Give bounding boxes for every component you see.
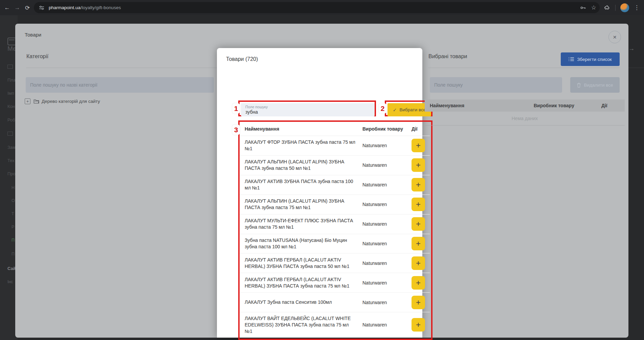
back-icon[interactable]: ← xyxy=(3,3,12,12)
site-settings-icon[interactable] xyxy=(39,5,45,11)
product-name: Зубна паста NATUSANA (Натусана) Біо Муци… xyxy=(240,237,362,250)
sidebar-subitem[interactable]: Т xyxy=(12,211,14,216)
column-header-name: Найменування xyxy=(425,103,534,108)
profile-avatar[interactable] xyxy=(620,3,629,12)
sidebar-subitem[interactable]: Р xyxy=(12,225,14,229)
url-path: /loyalty/gift-bonuses xyxy=(81,5,121,10)
column-header-name: Найменування xyxy=(240,126,362,132)
product-name: ЛАКАЛУТ ВАЙТ ЕДЕЛЬВЕЙС (LACALUT WHITE ED… xyxy=(240,315,362,335)
table-row: ЛАКАЛУТ ФТОР ЗУБНА ПАСТА зубна паста 75 … xyxy=(240,136,430,156)
table-row: ЛАКАЛУТ АЛЬПИН (LACALUT ALPIN) ЗУБНА ПАС… xyxy=(240,156,430,175)
products-title: Товари (720) xyxy=(226,56,258,62)
password-key-icon[interactable] xyxy=(580,4,586,11)
modal-title: Товари xyxy=(25,32,41,38)
add-product-button[interactable]: + xyxy=(412,296,425,309)
divider xyxy=(26,68,217,68)
url-text[interactable]: pharmapoint.ua/loyalty/gift-bonuses xyxy=(49,5,121,10)
add-product-button[interactable]: + xyxy=(412,318,425,332)
search-field-label: Поле пошуку xyxy=(245,105,375,109)
sidebar-item[interactable]: Пла xyxy=(7,77,16,83)
table-row: ЛАКАЛУТ АКТИВ ГЕРБАЛ (LACALUT AKTIV HERB… xyxy=(240,273,430,293)
add-product-button[interactable]: + xyxy=(412,237,425,250)
product-manufacturer: Naturwaren xyxy=(362,202,412,207)
table-header-row: Найменування Виробник товару Дії xyxy=(240,122,430,136)
category-tree-item[interactable]: + Дерево категорій для сайту xyxy=(25,98,100,104)
annotation-marker-1: 1 xyxy=(232,103,240,114)
trash-icon xyxy=(577,83,581,88)
select-all-label: Вибрати все xyxy=(399,107,426,112)
folder-open-icon xyxy=(34,99,39,104)
sidebar-subitem[interactable]: О xyxy=(12,198,15,203)
table-row: Зубна паста NATUSANA (Натусана) Біо Муци… xyxy=(240,234,430,254)
annotation-box-3: Найменування Виробник товару Дії ЛАКАЛУТ… xyxy=(238,120,432,340)
product-name: ЛАКАЛУТ АКТИВ ГЕРБАЛ (LACALUT AKTIV HERB… xyxy=(240,257,362,270)
sidebar-subitem-active[interactable]: П xyxy=(12,238,15,243)
table-row: ЛАКАЛУТ АКТИВ ЗУБНА ПАСТА зубна паста 10… xyxy=(240,175,430,195)
annotation-marker-2: 2 xyxy=(379,103,386,114)
sidebar-subitem[interactable]: П xyxy=(12,252,15,256)
collapse-arrow-icon[interactable]: → xyxy=(628,45,635,52)
selected-title: Вибрані товари xyxy=(428,53,467,60)
save-list-label: Зберегти список xyxy=(577,57,612,62)
table-row: ЛАКАЛУТ МУЛЬТИ-ЕФЕКТ ПЛЮС ЗУБНА ПАСТА зу… xyxy=(240,214,430,234)
sidebar-item[interactable]: Сай xyxy=(7,266,16,271)
sidebar-item[interactable]: Роб xyxy=(7,117,15,122)
products-modal: Товари ✕ Категорії Поле пошуку по назві … xyxy=(15,24,628,338)
product-manufacturer: Naturwaren xyxy=(362,300,412,305)
unordered-list-icon xyxy=(569,57,574,62)
add-product-button[interactable]: + xyxy=(412,276,425,290)
product-manufacturer: Naturwaren xyxy=(362,221,412,227)
column-header-manufacturer: Виробник товару xyxy=(362,126,412,132)
product-name: ЛАКАЛУТ АКТИВ ГЕРБАЛ (LACALUT AKTIV HERB… xyxy=(240,276,362,289)
category-search-input[interactable]: Поле пошуку по назві категорії xyxy=(26,77,214,93)
product-manufacturer: Naturwaren xyxy=(362,162,412,168)
page-right-edge: → xyxy=(628,15,644,340)
forward-icon[interactable]: → xyxy=(13,3,22,12)
product-name: ЛАКАЛУТ АЛЬПИН (LACALUT ALPIN) ЗУБНА ПАС… xyxy=(240,159,362,172)
list-icon xyxy=(7,132,13,136)
save-list-button[interactable]: Зберегти список xyxy=(561,52,620,66)
add-product-button[interactable]: + xyxy=(412,198,425,211)
column-header-actions: Дії xyxy=(412,126,425,132)
add-product-button[interactable]: + xyxy=(412,178,425,191)
product-name: ЛАКАЛУТ АКТИВ ЗУБНА ПАСТА зубна паста 10… xyxy=(240,178,362,191)
sidebar-item[interactable]: Кон xyxy=(7,104,15,109)
product-manufacturer: Naturwaren xyxy=(362,280,412,286)
product-name: ЛАКАЛУТ Зубна паста Сенситив 100мл xyxy=(240,299,362,305)
add-product-button[interactable]: + xyxy=(412,158,425,172)
product-search-input[interactable]: Поле пошуку зубна xyxy=(241,103,375,116)
product-manufacturer: Naturwaren xyxy=(362,182,412,187)
close-icon[interactable]: ✕ xyxy=(608,31,621,43)
bookmark-star-icon[interactable]: ☆ xyxy=(591,4,596,11)
add-product-button[interactable]: + xyxy=(412,217,425,231)
column-header-actions: Дії xyxy=(601,103,615,108)
annotation-marker-3: 3 xyxy=(232,124,240,135)
sidebar-item[interactable]: Імп xyxy=(7,91,14,96)
divider xyxy=(628,68,644,68)
divider xyxy=(425,125,625,126)
add-product-button[interactable]: + xyxy=(412,256,425,270)
sidebar-item[interactable]: Зам xyxy=(7,145,16,150)
extensions-icon[interactable] xyxy=(604,4,610,11)
reload-icon[interactable]: ⟳ xyxy=(23,3,32,12)
chrome-menu-icon[interactable]: ⋮ xyxy=(634,4,640,11)
sidebar-item[interactable]: Інс xyxy=(7,279,13,284)
product-manufacturer: Naturwaren xyxy=(362,322,412,327)
divider xyxy=(428,68,620,68)
check-icon: ✓ xyxy=(393,107,397,113)
toolbar-separator xyxy=(615,5,616,11)
sidebar-item[interactable]: Про xyxy=(7,171,16,176)
delete-all-button[interactable]: Видалити все xyxy=(570,77,620,93)
empty-state-text: Нема даних xyxy=(425,112,625,125)
expand-plus-icon[interactable]: + xyxy=(25,98,30,104)
browser-toolbar: ← → ⟳ pharmapoint.ua/loyalty/gift-bonuse… xyxy=(0,0,644,15)
address-bar[interactable]: pharmapoint.ua/loyalty/gift-bonuses ☆ xyxy=(34,2,600,13)
sidebar-subitem[interactable]: Н xyxy=(12,185,15,190)
product-name: ЛАКАЛУТ МУЛЬТИ-ЕФЕКТ ПЛЮС ЗУБНА ПАСТА зу… xyxy=(240,218,362,230)
product-name: ЛАКАЛУТ АЛЬПИН (LACALUT ALPIN) ЗУБНА ПАС… xyxy=(240,198,362,211)
products-table: Найменування Виробник товару Дії ЛАКАЛУТ… xyxy=(240,122,430,337)
selected-search-input[interactable]: Поле пошуку xyxy=(430,77,562,93)
add-product-button[interactable]: + xyxy=(412,139,425,152)
sidebar-item[interactable]: Тех xyxy=(7,158,15,163)
delete-all-label: Видалити все xyxy=(584,83,613,88)
